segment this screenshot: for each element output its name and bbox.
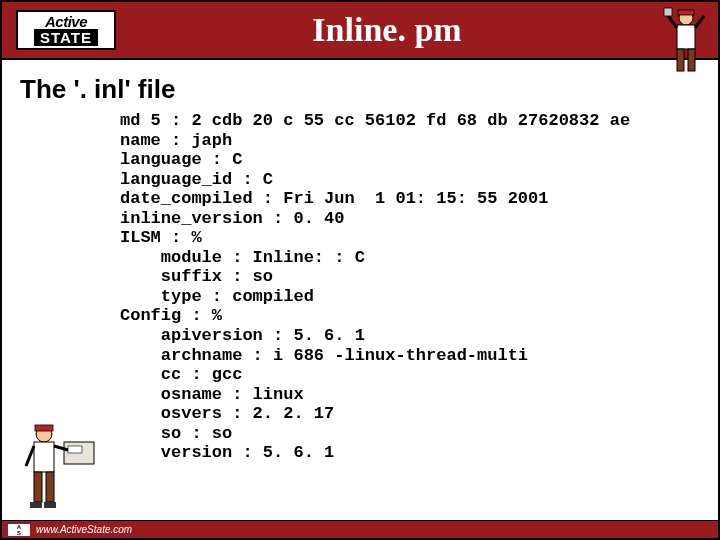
- svg-rect-13: [34, 472, 42, 502]
- svg-rect-9: [68, 446, 82, 453]
- svg-rect-3: [677, 49, 684, 71]
- svg-rect-7: [664, 8, 672, 16]
- svg-rect-18: [44, 502, 56, 508]
- svg-rect-17: [30, 502, 42, 508]
- logo-top: Active: [45, 14, 87, 29]
- footer-logo: AS: [8, 524, 30, 536]
- slide-title: Inline. pm: [116, 11, 718, 49]
- svg-line-6: [695, 16, 704, 28]
- svg-rect-12: [34, 442, 54, 472]
- slide: Active STATE Inline. pm The '. inl' file…: [0, 0, 720, 540]
- svg-rect-14: [46, 472, 54, 502]
- footer-bar: AS www.ActiveState.com: [2, 520, 718, 538]
- logo-bottom: STATE: [34, 29, 98, 46]
- svg-rect-1: [678, 10, 694, 15]
- svg-line-5: [668, 16, 677, 28]
- activestate-logo: Active STATE: [16, 10, 116, 50]
- svg-rect-11: [35, 425, 53, 431]
- code-block: md 5 : 2 cdb 20 c 55 cc 56102 fd 68 db 2…: [120, 111, 718, 463]
- footer-url: www.ActiveState.com: [36, 524, 132, 535]
- svg-rect-4: [688, 49, 695, 71]
- worker-icon-bottom: [18, 416, 98, 516]
- svg-line-16: [26, 446, 34, 466]
- svg-rect-2: [677, 25, 695, 49]
- worker-icon: [662, 6, 710, 78]
- header-bar: Active STATE Inline. pm: [2, 2, 718, 60]
- section-heading: The '. inl' file: [20, 74, 718, 105]
